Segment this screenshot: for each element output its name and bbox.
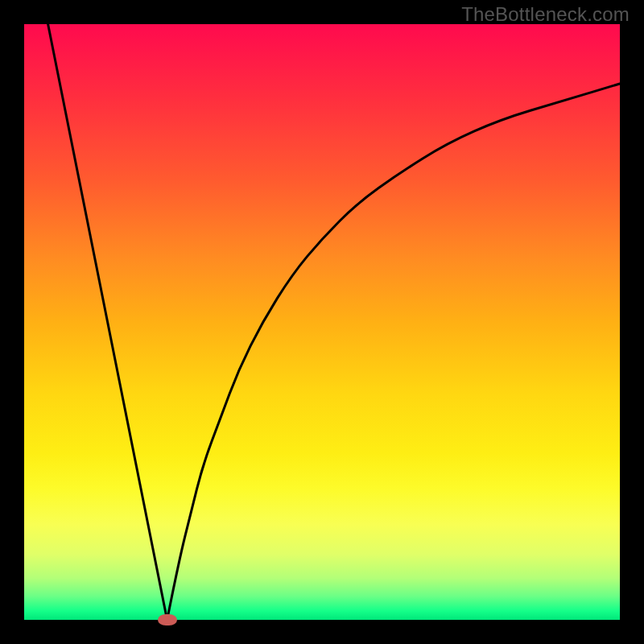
plot-area (24, 24, 620, 620)
curve-left-branch (48, 24, 167, 620)
watermark-label: TheBottleneck.com (461, 3, 630, 26)
bottleneck-curve (24, 24, 620, 620)
curve-right-branch (167, 84, 620, 620)
vertex-marker (158, 614, 177, 625)
chart-frame: TheBottleneck.com (0, 0, 644, 644)
